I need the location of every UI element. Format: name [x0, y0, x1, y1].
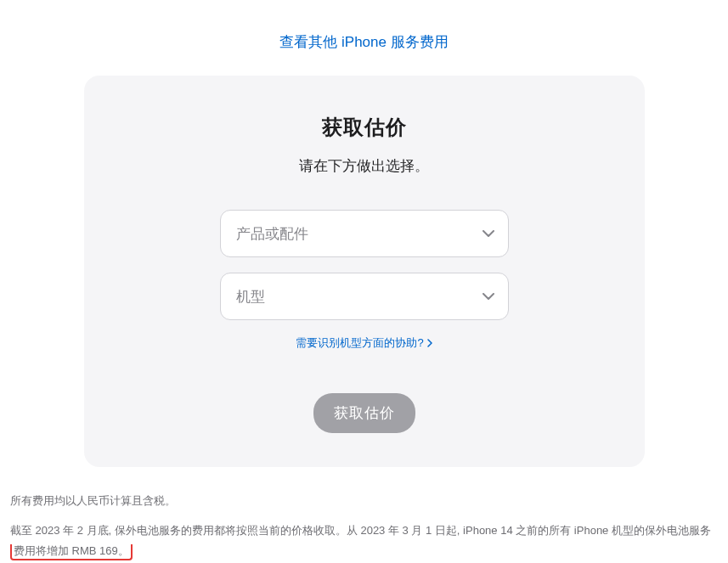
- help-link-text: 需要识别机型方面的协助?: [296, 335, 423, 351]
- card-title: 获取估价: [118, 114, 611, 141]
- footer-line1: 所有费用均以人民币计算且含税。: [10, 491, 718, 512]
- chevron-down-icon: [483, 230, 494, 237]
- footer-line2-prefix: 截至 2023 年 2 月底, 保外电池服务的费用都将按照当前的价格收取。从 2…: [10, 524, 711, 537]
- identify-model-help-link[interactable]: 需要识别机型方面的协助?: [296, 335, 432, 351]
- get-estimate-button[interactable]: 获取估价: [313, 393, 415, 433]
- estimate-card: 获取估价 请在下方做出选择。 产品或配件 机型: [84, 76, 645, 467]
- card-subtitle: 请在下方做出选择。: [118, 156, 611, 176]
- product-select-placeholder: 产品或配件: [236, 224, 493, 244]
- footer-notes: 所有费用均以人民币计算且含税。 截至 2023 年 2 月底, 保外电池服务的费…: [8, 491, 720, 562]
- price-increase-highlight: 费用将增加 RMB 169。: [10, 544, 133, 560]
- product-select[interactable]: 产品或配件: [220, 210, 509, 257]
- other-costs-link-text: 查看其他 iPhone 服务费用: [279, 34, 448, 50]
- chevron-right-icon: [427, 339, 432, 347]
- model-select-placeholder: 机型: [236, 287, 493, 307]
- select-group: 产品或配件 机型: [118, 210, 611, 351]
- footer-line2: 截至 2023 年 2 月底, 保外电池服务的费用都将按照当前的价格收取。从 2…: [10, 521, 718, 562]
- model-select[interactable]: 机型: [220, 273, 509, 320]
- other-costs-link[interactable]: 查看其他 iPhone 服务费用: [8, 0, 720, 76]
- chevron-down-icon: [483, 293, 494, 300]
